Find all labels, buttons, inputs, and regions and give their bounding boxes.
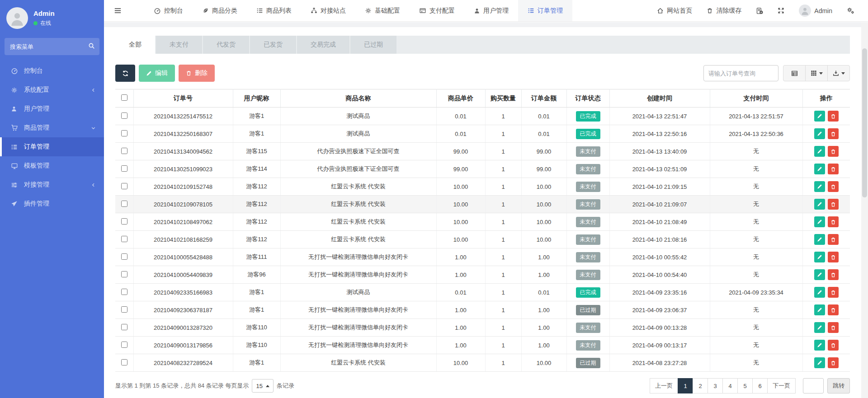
paid-time-cell: 无 — [710, 143, 802, 160]
row-delete-button[interactable] — [828, 234, 839, 245]
search-icon[interactable] — [88, 42, 95, 49]
row-checkbox[interactable] — [121, 112, 127, 119]
row-checkbox[interactable] — [121, 306, 127, 313]
row-delete-button[interactable] — [828, 146, 839, 157]
page-button-5[interactable]: 5 — [737, 378, 753, 393]
sidebar-item-7[interactable]: 对接管理 — [0, 175, 104, 194]
row-checkbox[interactable] — [121, 201, 127, 207]
row-delete-button[interactable] — [828, 199, 839, 210]
sidebar-toggle-icon[interactable] — [104, 0, 132, 21]
page-button-1[interactable]: 1 — [678, 378, 693, 393]
settings-button[interactable] — [840, 0, 862, 21]
order-status-cell: 已完成 — [566, 284, 609, 301]
sidebar-item-6[interactable]: 模板管理 — [0, 156, 104, 175]
status-tab-3[interactable]: 代发货 — [203, 36, 249, 54]
sidebar-item-4[interactable]: 商品管理 — [0, 118, 104, 137]
scrollbar-thumb[interactable] — [862, 48, 867, 197]
delete-button[interactable]: 删除 — [179, 65, 215, 82]
page-button-2[interactable]: 2 — [693, 378, 708, 393]
sidebar-item-1[interactable]: 控制台 — [0, 61, 104, 80]
prev-page-button[interactable]: 上一页 — [650, 378, 678, 393]
row-delete-button[interactable] — [828, 252, 839, 262]
row-edit-button[interactable] — [814, 269, 825, 280]
sidebar-item-8[interactable]: 插件管理 — [0, 194, 104, 213]
edit-button[interactable]: 编辑 — [139, 65, 175, 82]
nav-tab-8[interactable]: 订单管理 — [518, 0, 572, 21]
detail-view-button[interactable] — [783, 65, 806, 81]
nav-tab-3[interactable]: 商品列表 — [247, 0, 301, 21]
row-edit-button[interactable] — [814, 181, 825, 192]
export-dropdown-button[interactable] — [827, 65, 850, 81]
nav-tab-2[interactable]: 商品分类 — [193, 0, 247, 21]
refresh-button[interactable] — [115, 65, 135, 82]
row-edit-button[interactable] — [814, 304, 825, 315]
row-checkbox[interactable] — [121, 289, 127, 295]
sidebar-item-5[interactable]: 订单管理 — [0, 137, 104, 156]
status-tab-4[interactable]: 已发货 — [250, 36, 296, 54]
fullscreen-button[interactable] — [770, 0, 792, 21]
status-tab-6[interactable]: 已过期 — [350, 36, 396, 54]
scrollbar-track[interactable] — [861, 22, 868, 398]
row-checkbox[interactable] — [121, 130, 127, 136]
page-jump-input[interactable] — [803, 378, 824, 393]
row-delete-button[interactable] — [828, 111, 839, 122]
row-edit-button[interactable] — [814, 340, 825, 351]
status-tab-2[interactable]: 未支付 — [156, 36, 202, 54]
row-edit-button[interactable] — [814, 164, 825, 174]
row-delete-button[interactable] — [828, 216, 839, 227]
page-button-3[interactable]: 3 — [708, 378, 723, 393]
row-edit-button[interactable] — [814, 252, 825, 262]
row-delete-button[interactable] — [828, 357, 839, 368]
row-edit-button[interactable] — [814, 111, 825, 122]
row-checkbox[interactable] — [121, 359, 127, 365]
row-delete-button[interactable] — [828, 340, 839, 351]
refresh-page-button[interactable] — [749, 0, 770, 21]
page-jump-button[interactable]: 跳转 — [827, 378, 850, 393]
row-checkbox[interactable] — [121, 342, 127, 348]
row-delete-button[interactable] — [828, 269, 839, 280]
row-checkbox[interactable] — [121, 218, 127, 225]
row-edit-button[interactable] — [814, 146, 825, 157]
nav-tab-7[interactable]: 用户管理 — [464, 0, 518, 21]
row-delete-button[interactable] — [828, 128, 839, 139]
row-edit-button[interactable] — [814, 287, 825, 298]
row-edit-button[interactable] — [814, 234, 825, 245]
columns-dropdown-button[interactable] — [805, 65, 828, 81]
clear-cache-link[interactable]: 清除缓存 — [699, 0, 749, 21]
order-search-input[interactable] — [703, 65, 778, 81]
row-checkbox[interactable] — [121, 236, 127, 242]
navbar-user[interactable]: Admin — [792, 0, 840, 21]
row-edit-button[interactable] — [814, 199, 825, 210]
row-checkbox[interactable] — [121, 324, 127, 330]
row-delete-button[interactable] — [828, 287, 839, 298]
row-delete-button[interactable] — [828, 304, 839, 315]
nav-tab-1[interactable]: 控制台 — [144, 0, 193, 21]
nav-tab-5[interactable]: 基础配置 — [355, 0, 410, 21]
page-size-select[interactable]: 15 — [252, 379, 273, 393]
row-delete-button[interactable] — [828, 181, 839, 192]
nav-tab-6[interactable]: 支付配置 — [410, 0, 464, 21]
nav-tab-4[interactable]: 对接站点 — [301, 0, 355, 21]
row-edit-button[interactable] — [814, 322, 825, 333]
row-edit-button[interactable] — [814, 128, 825, 139]
row-delete-button[interactable] — [828, 164, 839, 174]
row-checkbox[interactable] — [121, 271, 127, 277]
row-checkbox[interactable] — [121, 148, 127, 154]
row-delete-button[interactable] — [828, 322, 839, 333]
status-tab-1[interactable]: 全部 — [115, 34, 155, 55]
site-home-link[interactable]: 网站首页 — [650, 0, 699, 21]
row-edit-button[interactable] — [814, 357, 825, 368]
select-all-checkbox[interactable] — [121, 94, 127, 101]
row-edit-button[interactable] — [814, 216, 825, 227]
row-checkbox[interactable] — [121, 165, 127, 172]
page-button-4[interactable]: 4 — [722, 378, 738, 393]
menu-search-input[interactable] — [5, 38, 99, 55]
status-tab-5[interactable]: 交易完成 — [297, 36, 349, 54]
row-checkbox[interactable] — [121, 253, 127, 260]
page-button-6[interactable]: 6 — [752, 378, 768, 393]
next-page-button[interactable]: 下一页 — [767, 378, 796, 393]
row-checkbox[interactable] — [121, 183, 127, 189]
avatar[interactable] — [6, 7, 28, 29]
sidebar-item-3[interactable]: 用户管理 — [0, 99, 104, 118]
sidebar-item-2[interactable]: 系统配置 — [0, 80, 104, 99]
